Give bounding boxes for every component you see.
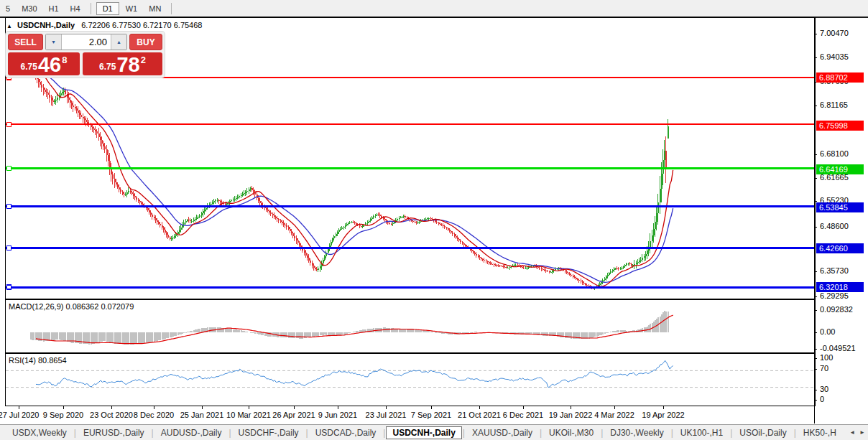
axis-tick [814,106,817,106]
price-level-badge: 6.32018 [816,282,864,292]
date-label: 9 Sep 2020 [43,411,83,419]
volume-input[interactable]: 2.00 [62,34,111,50]
date-label: 7 Sep 2021 [411,411,451,419]
price-tick-label: 6.68100 [820,149,849,158]
axis-tick [814,178,817,179]
axis-tick [814,400,817,401]
buy-button[interactable]: BUY [129,34,162,50]
date-tick [571,406,571,409]
price-level-badge: 6.53845 [816,202,864,212]
volume-increase-icon[interactable]: ▲ [111,34,126,50]
tab-separator: | [730,428,732,438]
date-label: 23 Oct 2020 [90,411,133,419]
chart-tab-usdchf-[interactable]: USDCHF-,Daily [232,427,305,439]
rsi-tick-label: 0 [820,395,824,403]
terminal-window: { "toolbar": { "items": ["5","M30","H1",… [0,0,868,440]
timeframe-button-h4[interactable]: H4 [65,3,86,14]
chart-tab-audusd-[interactable]: AUDUSD-,Daily [154,427,228,439]
toolbar-separator [171,3,172,14]
price-level-badge: 6.88702 [816,72,864,83]
timeframe-button-m30[interactable]: M30 [17,3,42,14]
chart-tab-usdx[interactable]: USDX,Weekly [6,427,73,439]
chart-tab-ukoil-[interactable]: UKOil-,M30 [542,427,600,439]
chart-tab-usdcad-[interactable]: USDCAD-,Daily [309,427,383,439]
timeframe-toolbar: 5M30H1H4D1W1MN [0,0,868,18]
date-label: 19 Apr 2022 [642,411,684,419]
chart-tab-usoil-[interactable]: USOil-,Daily [733,427,793,439]
date-tick [111,406,112,409]
one-click-trading-panel: SELL ▼ 2.00 ▲ BUY 6.75 46 8 6.75 78 2 [6,32,165,78]
tab-scroll-left-icon[interactable]: ◄ [849,429,855,436]
date-tick [154,406,154,409]
tab-separator: | [228,428,231,438]
axis-tick [814,390,817,390]
date-label: 4 Mar 2022 [594,411,634,419]
tab-separator: | [671,428,673,438]
ask-pip-digit: 2 [141,55,146,65]
rsi-tick-label: 100 [820,353,833,362]
axis-tick [814,271,817,272]
price-level-badge: 6.42660 [816,243,864,253]
axis-tick [814,227,817,228]
bid-pip-digit: 8 [62,55,67,65]
tab-separator: | [794,428,796,438]
timeframe-button-mn[interactable]: MN [144,3,166,14]
chart-tab-xauusd-[interactable]: XAUUSD-,Daily [466,427,539,439]
date-label: 23 Jul 2021 [366,411,407,419]
axis-tick [814,358,817,359]
chart-title: ▲ USDCNH-,Daily 6.72206 6.77530 6.72170 … [6,21,202,29]
timeframe-button-h1[interactable]: H1 [44,3,64,14]
rsi-canvas[interactable] [6,354,814,404]
timeframe-button-w1[interactable]: W1 [121,3,143,14]
price-tick-label: 7.00470 [820,29,849,37]
bid-price-button[interactable]: 6.75 46 8 [8,52,80,75]
chart-tab-uk100-[interactable]: UK100-,H1 [674,427,729,439]
date-label: 21 Oct 2021 [458,411,501,419]
date-axis[interactable]: 27 Jul 20209 Sep 202023 Oct 20208 Dec 20… [0,406,868,424]
tab-separator: | [540,428,542,438]
collapse-triangle-icon[interactable]: ▲ [6,23,12,29]
date-tick [523,406,524,409]
price-tick-label: 6.81165 [820,100,848,109]
chart-tab-usdcnh-[interactable]: USDCNH-,Daily [386,426,461,439]
date-label: 6 Dec 2021 [503,411,543,419]
timeframe-button-d1[interactable]: D1 [96,2,119,15]
date-tick [431,406,432,409]
volume-decrease-icon[interactable]: ▼ [46,34,62,50]
tab-separator: | [74,428,76,438]
date-tick [249,406,249,409]
macd-tick-label: 0.00 [820,327,835,336]
timeframe-button-5[interactable]: 5 [1,3,15,14]
tab-scroll-arrows: ◄► [849,429,865,436]
chart-tab-bar: USDX,Weekly|EURUSD-,Daily|AUDUSD-,Daily|… [0,424,868,440]
axis-tick [814,34,817,34]
price-tick-label: 6.94035 [820,52,849,61]
axis-tick [814,349,817,350]
date-label: 10 Mar 2021 [226,411,271,419]
axis-tick [814,154,817,155]
axis-tick [814,369,817,370]
date-tick [386,406,387,409]
date-tick [614,406,615,409]
volume-stepper: ▼ 2.00 ▲ [45,34,127,50]
price-tick-label: 6.48600 [820,222,849,230]
date-tick [663,406,664,409]
tab-separator: | [463,428,465,438]
chart-tab-dj30-[interactable]: DJ30-,Weekly [604,427,670,439]
price-level-badge: 6.64169 [816,164,864,174]
date-tick [294,406,295,409]
price-tick-label: 6.29295 [820,291,849,300]
tab-separator: | [306,428,308,438]
tab-scroll-right-icon[interactable]: ► [859,429,865,436]
chart-tab-eurusd-[interactable]: EURUSD-,Daily [77,427,151,439]
axis-tick [814,310,817,311]
date-tick [479,406,480,409]
date-tick [338,406,338,409]
sell-button[interactable]: SELL [8,34,43,50]
date-label: 19 Jan 2022 [549,411,593,419]
chart-tab-hk50-[interactable]: HK50-,H [797,427,843,439]
axis-tick [814,57,817,58]
date-label: 8 Dec 2020 [134,411,174,419]
ask-price-button[interactable]: 6.75 78 2 [83,52,162,75]
toolbar-separator [91,3,91,14]
